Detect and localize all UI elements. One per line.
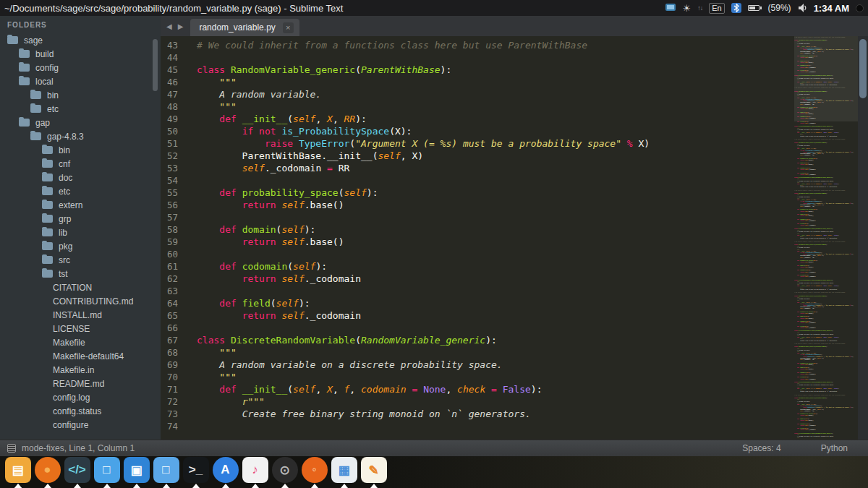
power-icon[interactable] — [856, 4, 864, 12]
code-line-58[interactable]: 58 def domain(self): — [161, 223, 794, 236]
sidebar-item-etc[interactable]: etc — [0, 184, 161, 198]
sidebar-item-label: bin — [59, 145, 70, 155]
sidebar-item-install.md[interactable]: INSTALL.md — [0, 308, 161, 322]
folder-tree: sagebuildconfiglocalbinetcgapgap-4.8.3bi… — [0, 33, 161, 432]
code-line-71[interactable]: 71 def __init__(self, X, f, codomain = N… — [161, 383, 794, 395]
code-line-50[interactable]: 50 if not is_ProbabilitySpace(X): — [161, 125, 794, 137]
line-number: 66 — [161, 322, 188, 334]
code-line-53[interactable]: 53 self._codomain = RR — [161, 162, 794, 174]
sidebar-item-config.log[interactable]: config.log — [0, 390, 161, 404]
tab-random-variable[interactable]: random_variable.py × — [190, 19, 299, 36]
sidebar-item-license[interactable]: LICENSE — [0, 322, 161, 335]
code-line-61[interactable]: 61 def codomain(self): — [161, 260, 794, 273]
line-number: 59 — [161, 236, 188, 248]
sidebar-item-label: cnf — [59, 159, 70, 169]
syntax-mode[interactable]: Python — [821, 443, 848, 453]
file-icon — [42, 311, 47, 319]
sidebar-item-lib[interactable]: lib — [0, 226, 161, 239]
sidebar-item-label: Makefile.in — [53, 365, 94, 375]
code-line-72[interactable]: 72 r""" — [161, 395, 794, 408]
sidebar-item-configure[interactable]: configure — [0, 418, 161, 432]
tray-app-icon[interactable]: ▤ — [5, 457, 31, 483]
sidebar-item-gap[interactable]: gap — [0, 116, 161, 129]
sidebar-item-citation[interactable]: CITATION — [0, 281, 161, 294]
sidebar-item-sage[interactable]: sage — [0, 33, 161, 47]
code-line-54[interactable]: 54 — [161, 174, 794, 187]
updates-icon[interactable]: ↑↓ — [697, 5, 702, 12]
keyboard-layout[interactable]: En — [709, 3, 724, 14]
history-back-button[interactable]: ◀ — [163, 22, 175, 30]
code-line-64[interactable]: 64 def field(self): — [161, 297, 794, 309]
sidebar-item-cnf[interactable]: cnf — [0, 157, 161, 171]
sidebar-item-src[interactable]: src — [0, 253, 161, 267]
line-number: 46 — [161, 76, 188, 88]
code-line-66[interactable]: 66 — [161, 322, 794, 334]
sidebar-item-label: configure — [53, 420, 88, 430]
code-line-44[interactable]: 44 — [161, 51, 794, 64]
folder-icon — [42, 228, 53, 236]
sidebar-scrollbar[interactable] — [153, 39, 158, 91]
clock[interactable]: 1:34 AM — [814, 3, 849, 14]
sidebar-item-gap-4.8.3[interactable]: gap-4.8.3 — [0, 129, 161, 143]
sidebar-item-makefile.in[interactable]: Makefile.in — [0, 363, 161, 377]
sidebar-item-doc[interactable]: doc — [0, 171, 161, 184]
code-line-52[interactable]: 52 ParentWithBase.__init__(self, X) — [161, 150, 794, 162]
folder-icon — [30, 132, 41, 140]
code-line-45[interactable]: 45class RandomVariable_generic(ParentWit… — [161, 64, 794, 76]
code-line-69[interactable]: 69 A random variable on a discrete proba… — [161, 359, 794, 371]
code-line-68[interactable]: 68 """ — [161, 346, 794, 359]
code-line-46[interactable]: 46 """ — [161, 76, 794, 88]
code-editor[interactable]: 43# We could inherit from a functions cl… — [161, 36, 794, 440]
sidebar-item-makefile-default64[interactable]: Makefile-default64 — [0, 349, 161, 363]
code-line-70[interactable]: 70 """ — [161, 371, 794, 383]
scrollbar-handle[interactable] — [859, 39, 867, 98]
code-line-43[interactable]: 43# We could inherit from a functions cl… — [161, 39, 794, 51]
code-line-56[interactable]: 56 return self.base() — [161, 199, 794, 211]
code-line-49[interactable]: 49 def __init__(self, X, RR): — [161, 113, 794, 125]
code-line-74[interactable]: 74 — [161, 420, 794, 432]
line-number: 45 — [161, 64, 188, 76]
sidebar-item-contributing.md[interactable]: CONTRIBUTING.md — [0, 294, 161, 308]
code-line-57[interactable]: 57 — [161, 211, 794, 223]
sidebar-item-pkg[interactable]: pkg — [0, 239, 161, 253]
history-forward-button[interactable]: ▶ — [175, 22, 187, 30]
bluetooth-icon[interactable] — [731, 3, 741, 13]
sidebar-item-config[interactable]: config — [0, 61, 161, 74]
code-line-65[interactable]: 65 return self._codomain — [161, 309, 794, 322]
folder-icon — [19, 77, 30, 85]
minimap-viewport[interactable] — [794, 36, 858, 121]
editor-scrollbar[interactable] — [858, 36, 868, 440]
status-icon[interactable] — [7, 444, 16, 453]
sidebar-item-tst[interactable]: tst — [0, 267, 161, 281]
indentation-setting[interactable]: Spaces: 4 — [742, 443, 780, 453]
code-line-73[interactable]: 73 Create free binary string monoid on `… — [161, 408, 794, 420]
sidebar-item-readme.md[interactable]: README.md — [0, 377, 161, 390]
battery-icon[interactable] — [748, 5, 762, 11]
line-number: 49 — [161, 113, 188, 125]
sidebar-item-etc[interactable]: etc — [0, 102, 161, 116]
battery-percentage: (59%) — [768, 3, 791, 13]
code-line-60[interactable]: 60 — [161, 248, 794, 260]
sidebar-item-bin[interactable]: bin — [0, 88, 161, 102]
code-line-48[interactable]: 48 """ — [161, 100, 794, 113]
code-line-62[interactable]: 62 return self._codomain — [161, 273, 794, 285]
minimap[interactable]: # We could inherit from a functions clas… — [794, 36, 858, 440]
tab-close-button[interactable]: × — [283, 22, 294, 33]
sidebar-item-config.status[interactable]: config.status — [0, 404, 161, 418]
display-icon[interactable] — [665, 4, 676, 12]
code-line-59[interactable]: 59 return self.base() — [161, 236, 794, 248]
brightness-icon[interactable]: ☀ — [682, 4, 691, 13]
code-line-67[interactable]: 67class DiscreteRandomVariable(RandomVar… — [161, 334, 794, 346]
line-number: 56 — [161, 199, 188, 211]
code-line-63[interactable]: 63 — [161, 285, 794, 297]
sidebar-item-makefile[interactable]: Makefile — [0, 335, 161, 349]
sidebar-item-local[interactable]: local — [0, 74, 161, 88]
sidebar-item-extern[interactable]: extern — [0, 198, 161, 212]
code-line-55[interactable]: 55 def probability_space(self): — [161, 187, 794, 199]
sidebar-item-build[interactable]: build — [0, 47, 161, 61]
code-line-47[interactable]: 47 A random variable. — [161, 88, 794, 100]
sidebar-item-bin[interactable]: bin — [0, 143, 161, 157]
sidebar-item-grp[interactable]: grp — [0, 212, 161, 226]
code-line-51[interactable]: 51 raise TypeError("Argument X (= %s) mu… — [161, 137, 794, 150]
volume-icon[interactable] — [798, 4, 807, 12]
